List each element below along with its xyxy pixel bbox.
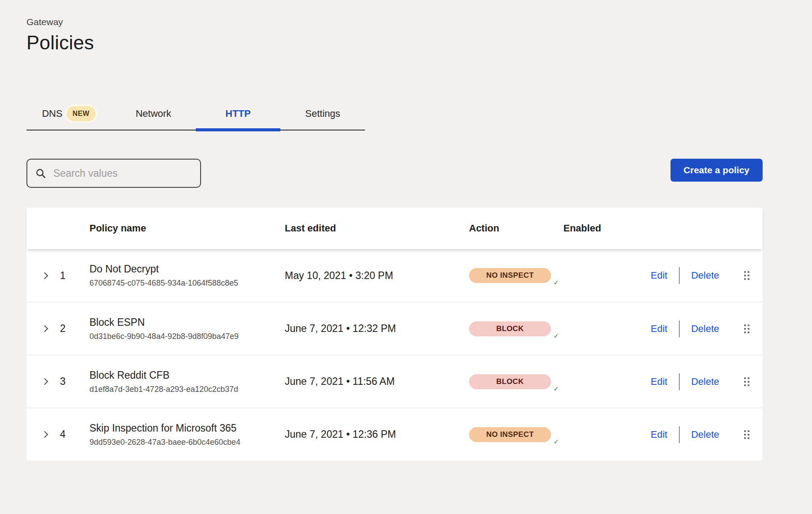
- row-actions: Edit Delete: [651, 320, 749, 337]
- row-actions: Edit Delete: [651, 373, 749, 390]
- column-action: Action: [469, 223, 563, 234]
- chevron-right-icon[interactable]: [41, 325, 48, 332]
- last-edited: June 7, 2021 • 12:36 PM: [285, 428, 469, 440]
- tab-settings[interactable]: Settings: [280, 98, 365, 130]
- tab-bar: DNS NEW Network HTTP Settings: [26, 98, 365, 130]
- table-row: 4 Skip Inspection for Microsoft 365 9dd5…: [26, 408, 763, 461]
- toggle-knob: ✓: [551, 331, 562, 342]
- delete-link[interactable]: Delete: [691, 270, 719, 281]
- drag-handle-icon[interactable]: [744, 377, 749, 386]
- toolbar: Create a policy: [26, 159, 763, 188]
- policy-id: d1ef8a7d-3eb1-4728-a293-ea120c2cb37d: [89, 385, 285, 394]
- tab-settings-label: Settings: [305, 108, 340, 119]
- drag-handle-icon[interactable]: [744, 324, 749, 333]
- link-separator: [679, 267, 680, 284]
- action-badge: BLOCK: [469, 321, 551, 336]
- tab-http[interactable]: HTTP: [196, 98, 280, 130]
- check-icon: ✓: [553, 279, 559, 286]
- check-icon: ✓: [553, 439, 559, 445]
- column-policy-name: Policy name: [89, 223, 285, 234]
- row-number: 3: [60, 376, 89, 387]
- action-badge: NO INSPECT: [469, 427, 551, 442]
- link-separator: [679, 426, 680, 443]
- row-number: 2: [60, 323, 89, 335]
- policy-name-cell: Block ESPN 0d31be6c-9b90-48a4-92b8-9d8f0…: [89, 317, 285, 341]
- gateway-policies-page: Gateway Policies DNS NEW Network HTTP Se…: [0, 0, 812, 461]
- column-last-edited: Last edited: [285, 223, 469, 234]
- tab-network-label: Network: [136, 108, 171, 119]
- search-box[interactable]: [26, 159, 201, 188]
- row-actions: Edit Delete: [651, 426, 749, 443]
- toggle-knob: ✓: [551, 436, 562, 447]
- delete-link[interactable]: Delete: [691, 323, 719, 335]
- policies-table: Policy name Last edited Action Enabled 1…: [26, 208, 763, 461]
- link-separator: [679, 373, 680, 390]
- last-edited: June 7, 2021 • 12:32 PM: [285, 323, 469, 335]
- edit-link[interactable]: Edit: [651, 270, 667, 281]
- action-badge: NO INSPECT: [469, 268, 551, 283]
- chevron-right-icon[interactable]: [41, 272, 48, 279]
- policy-name: Do Not Decrypt: [89, 263, 285, 275]
- check-icon: ✓: [553, 333, 559, 339]
- edit-link[interactable]: Edit: [651, 429, 667, 440]
- drag-handle-icon[interactable]: [744, 271, 749, 280]
- table-row: 3 Block Reddit CFB d1ef8a7d-3eb1-4728-a2…: [26, 355, 763, 408]
- delete-link[interactable]: Delete: [691, 429, 719, 440]
- row-number: 1: [60, 270, 89, 282]
- edit-link[interactable]: Edit: [651, 323, 667, 335]
- chevron-right-icon[interactable]: [41, 431, 48, 438]
- search-input[interactable]: [53, 168, 193, 179]
- policy-id: 67068745-c075-4685-934a-1064f588c8e5: [89, 279, 285, 288]
- column-enabled: Enabled: [563, 223, 651, 234]
- chevron-right-icon[interactable]: [41, 378, 48, 385]
- table-row: 1 Do Not Decrypt 67068745-c075-4685-934a…: [26, 249, 763, 302]
- tab-network[interactable]: Network: [111, 98, 196, 130]
- edit-link[interactable]: Edit: [651, 376, 667, 387]
- create-policy-button[interactable]: Create a policy: [670, 159, 763, 182]
- policy-name-cell: Skip Inspection for Microsoft 365 9dd593…: [89, 422, 285, 447]
- tab-dns[interactable]: DNS NEW: [26, 98, 111, 130]
- link-separator: [679, 320, 680, 337]
- breadcrumb[interactable]: Gateway: [26, 17, 812, 27]
- row-actions: Edit Delete: [651, 267, 749, 284]
- policy-id: 9dd593e0-2628-47a3-baee-6b0c4e60cbe4: [89, 438, 285, 447]
- toggle-knob: ✓: [551, 384, 562, 395]
- table-body: 1 Do Not Decrypt 67068745-c075-4685-934a…: [26, 249, 763, 461]
- last-edited: June 7, 2021 • 11:56 AM: [285, 376, 469, 387]
- new-badge: NEW: [67, 106, 96, 121]
- check-icon: ✓: [553, 386, 559, 392]
- tab-dns-label: DNS: [42, 108, 62, 119]
- policy-name-cell: Block Reddit CFB d1ef8a7d-3eb1-4728-a293…: [89, 369, 285, 394]
- action-badge: BLOCK: [469, 374, 551, 389]
- tab-http-label: HTTP: [225, 108, 250, 119]
- last-edited: May 10, 2021 • 3:20 PM: [285, 270, 469, 282]
- toggle-knob: ✓: [551, 277, 562, 288]
- page-title: Policies: [26, 32, 812, 54]
- drag-handle-icon[interactable]: [744, 430, 749, 439]
- policy-name: Block ESPN: [89, 317, 285, 328]
- delete-link[interactable]: Delete: [691, 376, 719, 387]
- policy-id: 0d31be6c-9b90-48a4-92b8-9d8f09ba47e9: [89, 332, 285, 341]
- policy-name: Skip Inspection for Microsoft 365: [89, 422, 285, 434]
- table-row: 2 Block ESPN 0d31be6c-9b90-48a4-92b8-9d8…: [26, 302, 763, 355]
- policy-name: Block Reddit CFB: [89, 369, 285, 381]
- table-header: Policy name Last edited Action Enabled: [26, 208, 763, 249]
- row-number: 4: [60, 428, 89, 440]
- policy-name-cell: Do Not Decrypt 67068745-c075-4685-934a-1…: [89, 263, 285, 288]
- search-icon: [35, 168, 46, 179]
